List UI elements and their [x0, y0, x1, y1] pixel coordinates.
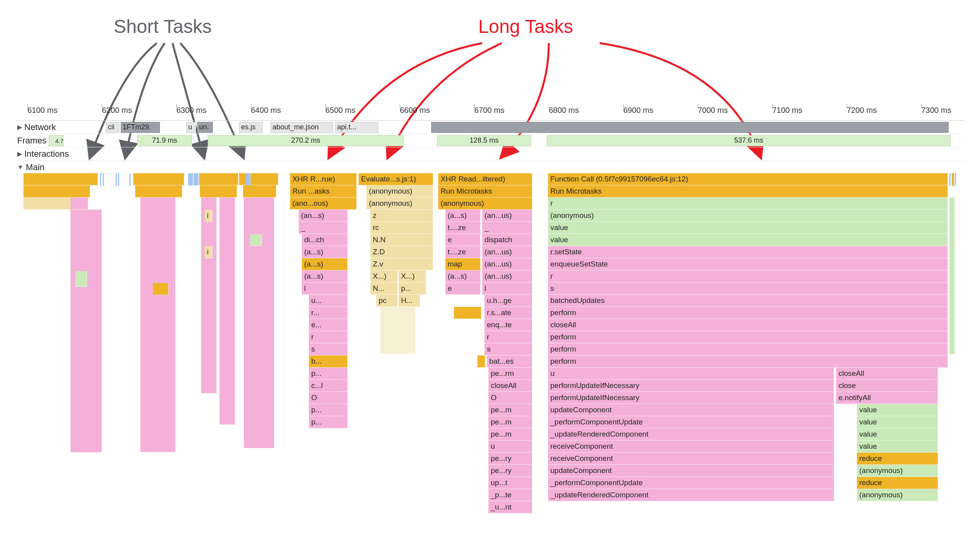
- frame[interactable]: 537.6 ms: [547, 135, 951, 146]
- flame-bar[interactable]: pe...rm: [488, 368, 532, 380]
- flame-bar[interactable]: s: [485, 343, 532, 355]
- flame-bar[interactable]: [24, 185, 90, 198]
- flame-bar[interactable]: e: [445, 283, 481, 295]
- flame-stack[interactable]: [140, 198, 176, 452]
- flame-bar[interactable]: map: [445, 258, 481, 270]
- flame-bar[interactable]: N...: [370, 283, 398, 295]
- task-bar[interactable]: [133, 173, 184, 185]
- task-bar[interactable]: [239, 173, 278, 185]
- flame-bar[interactable]: [75, 271, 87, 287]
- flame-bar[interactable]: l: [302, 283, 348, 295]
- collapse-icon[interactable]: ▼: [17, 164, 24, 171]
- flame-bar[interactable]: i: [205, 246, 212, 258]
- task-bar[interactable]: Function Call (0.5f7c99157096ec64.js:12): [548, 173, 948, 185]
- flame-bar[interactable]: u.h...ge: [485, 295, 532, 307]
- flame-bar[interactable]: p...: [309, 416, 348, 428]
- flame-bar[interactable]: reduce: [857, 453, 938, 465]
- frame[interactable]: 270.2 ms: [208, 135, 404, 146]
- flame-bar[interactable]: (a...s): [302, 246, 348, 258]
- flame-bar[interactable]: b...: [309, 355, 348, 368]
- flame-bar[interactable]: Z.v: [370, 258, 433, 270]
- flame-bar[interactable]: pe...ry: [488, 465, 532, 477]
- flame-bar[interactable]: Run Microtasks: [438, 185, 532, 198]
- flame-bar[interactable]: z: [370, 210, 433, 222]
- flame-bar[interactable]: (a...s): [445, 210, 481, 222]
- flame-bar[interactable]: l: [482, 283, 532, 295]
- flame-bar[interactable]: u: [548, 368, 834, 380]
- flame-bar[interactable]: (an...us): [482, 246, 532, 258]
- flame-bar[interactable]: enq...te: [485, 319, 532, 331]
- flame-bar[interactable]: N.N: [370, 234, 433, 246]
- frames-track[interactable]: Frames 4.7 ms 71.9 ms 270.2 ms 128.5 ms …: [16, 134, 964, 147]
- flame-bar[interactable]: (an...us): [482, 258, 532, 270]
- flame-bar[interactable]: receiveComponent: [548, 453, 834, 465]
- flame-bar[interactable]: _performComponentUpdate: [548, 477, 834, 489]
- flame-bar[interactable]: e: [445, 234, 481, 246]
- flame-bar[interactable]: (an...us): [482, 270, 532, 283]
- flame-bar[interactable]: bat...es: [487, 355, 532, 368]
- flame-bar[interactable]: pc: [376, 295, 398, 307]
- flame-bar[interactable]: e...: [309, 319, 348, 331]
- flame-bar[interactable]: [454, 307, 481, 319]
- flame-bar[interactable]: up...t: [488, 477, 532, 489]
- flame-bar[interactable]: value: [857, 416, 938, 428]
- flame-bar[interactable]: (anonymous): [367, 198, 433, 210]
- network-track[interactable]: ▶Network cli 1FTm29. u un. es.js about_m…: [16, 121, 964, 134]
- flame-bar[interactable]: _updateRenderedComponent: [548, 428, 834, 440]
- flame-bar[interactable]: (anonymous): [367, 185, 433, 198]
- flame-bar[interactable]: value: [548, 222, 948, 234]
- flame-bar[interactable]: [135, 185, 182, 198]
- flame-bar[interactable]: value: [857, 428, 938, 440]
- flame-bar[interactable]: dispatch: [482, 234, 532, 246]
- flame-bar[interactable]: r: [548, 198, 948, 210]
- flame-bar[interactable]: performUpdateIfNecessary: [548, 392, 834, 404]
- flame-bar[interactable]: value: [548, 234, 948, 246]
- network-request[interactable]: es.js: [239, 122, 263, 133]
- flame-bar[interactable]: receiveComponent: [548, 440, 834, 453]
- flame-bar[interactable]: closeAll: [548, 319, 948, 331]
- flame-stack[interactable]: [201, 198, 217, 393]
- network-request[interactable]: 1FTm29.: [121, 122, 160, 133]
- flame-bar[interactable]: _: [299, 222, 348, 234]
- flame-bar[interactable]: t....ze: [445, 246, 481, 258]
- flame-bar[interactable]: updateComponent: [548, 465, 834, 477]
- flame-bar[interactable]: Run ...asks: [290, 185, 357, 198]
- flame-bar[interactable]: r...: [309, 307, 348, 319]
- flame-bar[interactable]: perform: [548, 307, 948, 319]
- flame-bar[interactable]: i: [205, 210, 212, 222]
- flame-bar[interactable]: _performComponentUpdate: [548, 416, 834, 428]
- flame-bar[interactable]: [477, 355, 485, 368]
- flame-bar[interactable]: s: [309, 343, 348, 355]
- flame-bar[interactable]: _: [482, 222, 532, 234]
- flame-bar[interactable]: _u...nt: [488, 501, 532, 513]
- flame-bar[interactable]: [71, 198, 88, 210]
- flame-bar[interactable]: H...: [399, 295, 420, 307]
- flame-bar[interactable]: O: [309, 392, 348, 404]
- flame-stack[interactable]: [71, 210, 102, 453]
- frame[interactable]: 71.9 ms: [137, 135, 192, 146]
- flame-bar[interactable]: (a...s): [302, 270, 348, 283]
- flame-bar[interactable]: enqueueSetState: [548, 258, 948, 270]
- frame[interactable]: [49, 135, 54, 146]
- flame-bar[interactable]: value: [857, 404, 938, 416]
- flame-bar[interactable]: u...: [309, 295, 348, 307]
- flame-bar[interactable]: _updateRenderedComponent: [548, 489, 834, 501]
- flame-bar[interactable]: (anonymous): [857, 489, 938, 501]
- task-bar[interactable]: XHR Read...iltered): [438, 173, 532, 185]
- flame-bar[interactable]: e.notifyAll: [836, 392, 938, 404]
- flame-bar[interactable]: perform: [548, 343, 948, 355]
- flame-bar[interactable]: reduce: [857, 477, 938, 489]
- network-request[interactable]: [431, 122, 949, 133]
- flame-bar[interactable]: u: [488, 440, 532, 453]
- main-row-label[interactable]: ▼Main: [16, 162, 78, 172]
- flame-bar[interactable]: t....ze: [445, 222, 481, 234]
- flame-bar[interactable]: [200, 185, 237, 198]
- expand-icon[interactable]: ▶: [17, 150, 22, 158]
- task-bar[interactable]: XHR R...rue): [290, 173, 357, 185]
- time-ruler[interactable]: 6100 ms 6200 ms 6300 ms 6400 ms 6500 ms …: [16, 106, 964, 121]
- flame-stack[interactable]: [949, 198, 955, 354]
- flame-bar[interactable]: (a...s): [445, 270, 481, 283]
- flame-bar[interactable]: p...: [399, 283, 426, 295]
- flame-bar[interactable]: (anonymous): [857, 465, 938, 477]
- flame-bar[interactable]: perform: [548, 331, 948, 343]
